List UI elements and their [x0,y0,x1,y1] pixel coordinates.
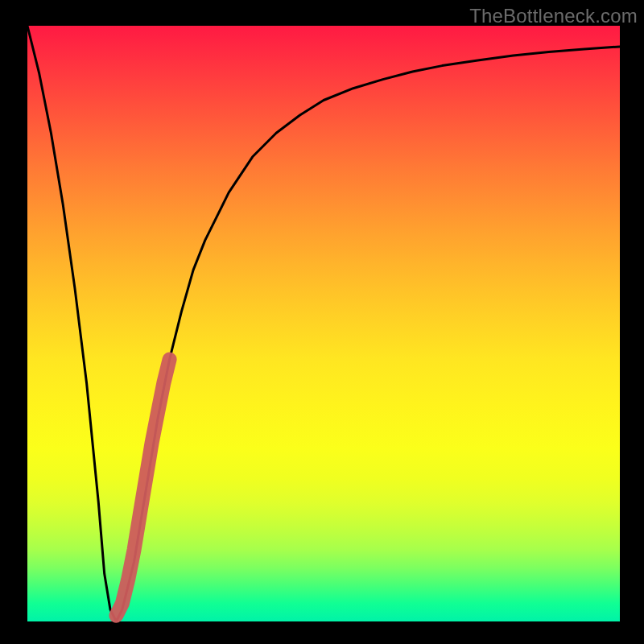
chart-svg [0,0,644,644]
recommended-range-highlight [116,359,169,615]
bottleneck-curve [27,26,620,621]
chart-frame: TheBottleneck.com [0,0,644,644]
